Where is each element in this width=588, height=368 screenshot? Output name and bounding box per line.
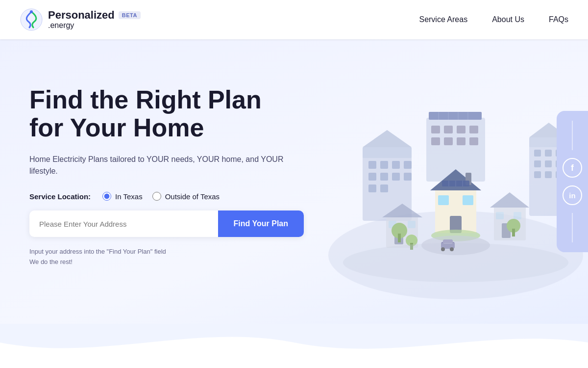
service-location: Service Location: In Texas Outside of Te… [29,192,304,201]
svg-rect-22 [380,173,388,181]
svg-rect-11 [534,171,541,178]
svg-rect-39 [444,137,453,145]
svg-marker-59 [490,192,529,208]
svg-rect-29 [429,112,482,120]
svg-rect-6 [545,150,552,157]
nav-about-us[interactable]: About Us [492,15,524,24]
find-plan-button[interactable]: Find Your Plan [218,210,304,237]
hero-title-line2: for Your Home [29,113,204,142]
address-input[interactable] [29,210,218,237]
svg-rect-20 [404,161,412,169]
nav-links: Service Areas About Us FAQs [419,15,568,24]
svg-rect-21 [368,173,376,181]
svg-rect-8 [534,160,541,167]
radio-texas-label: In Texas [115,192,143,201]
hero-title-line1: Find the Right Plan [29,85,262,114]
social-bar: f in [557,111,588,252]
hero-title: Find the Right Plan for Your Home [29,86,304,142]
logo-icon [20,8,43,31]
svg-point-1 [30,10,33,13]
hero-hint: Input your address into the "Find Your P… [29,247,304,267]
svg-rect-35 [444,126,453,133]
svg-rect-5 [534,150,541,157]
svg-rect-45 [438,195,449,205]
service-location-label: Service Location: [29,192,91,201]
svg-rect-61 [496,212,504,219]
hero-subtitle: Home Electricity Plans tailored to YOUR … [29,154,304,177]
logo-name: Personalized [48,9,115,21]
logo-sub: .energy [48,21,141,30]
hero-content: Find the Right Plan for Your Home Home E… [29,86,304,267]
social-bar-top-line [572,121,573,150]
svg-rect-36 [457,126,466,133]
hero-section: Find the Right Plan for Your Home Home E… [0,39,588,324]
svg-rect-16 [363,147,412,158]
svg-rect-57 [408,221,416,228]
svg-rect-34 [431,126,440,133]
svg-rect-69 [398,234,401,242]
logo: Personalized BETA .energy [20,8,141,31]
nav-service-areas[interactable]: Service Areas [419,15,467,24]
svg-point-74 [343,243,568,282]
radio-group: In Texas Outside of Texas [102,192,220,201]
radio-outside[interactable]: Outside of Texas [152,192,220,201]
nav-faqs[interactable]: FAQs [549,15,568,24]
svg-rect-37 [469,126,478,133]
svg-rect-17 [368,161,376,169]
svg-rect-41 [469,137,478,145]
beta-badge: BETA [119,11,141,19]
linkedin-icon[interactable]: in [563,185,582,205]
search-bar: Find Your Plan [29,210,304,237]
radio-outside-input[interactable] [152,192,161,201]
svg-rect-9 [545,160,552,167]
hero-hint-line2: We do the rest! [29,257,304,267]
social-bar-bottom-line [572,213,573,242]
svg-marker-27 [363,130,412,147]
svg-rect-38 [431,137,440,145]
radio-texas[interactable]: In Texas [102,192,143,201]
hero-illustration [314,59,588,314]
logo-text: Personalized BETA .energy [48,9,141,30]
navbar: Personalized BETA .energy Service Areas … [0,0,588,39]
how-section: How We Make Energy Simple and Personaliz… [0,357,588,368]
svg-rect-71 [512,229,515,237]
svg-rect-26 [380,184,388,192]
city-svg [314,59,588,314]
radio-outside-label: Outside of Texas [165,192,220,201]
svg-rect-40 [457,137,466,145]
facebook-icon[interactable]: f [563,158,582,178]
svg-rect-18 [380,161,388,169]
svg-rect-25 [368,184,376,192]
hero-hint-line1: Input your address into the "Find Your P… [29,247,304,257]
svg-rect-46 [463,195,473,205]
svg-rect-24 [404,173,412,181]
svg-rect-23 [392,173,400,181]
svg-rect-19 [392,161,400,169]
wave-divider [0,323,588,357]
radio-texas-input[interactable] [102,192,111,201]
svg-rect-12 [545,171,552,178]
svg-rect-62 [514,212,521,219]
